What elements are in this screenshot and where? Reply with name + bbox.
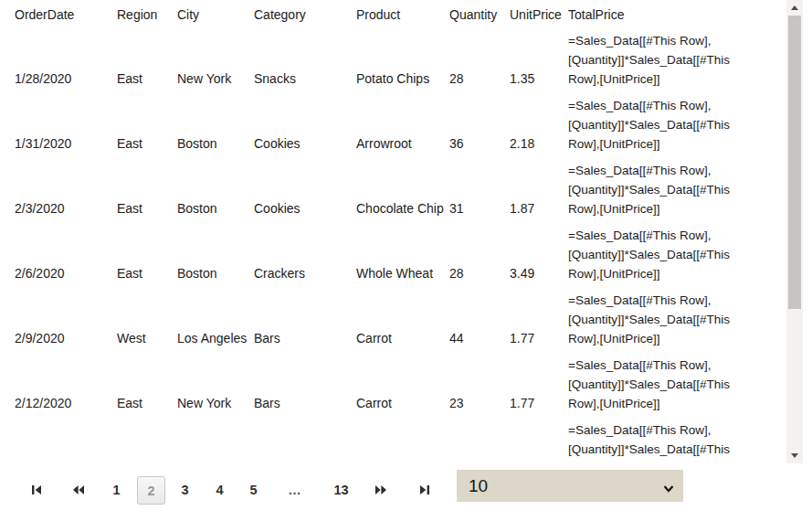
column-header-region: Region [117,0,177,31]
fast-backward-icon [72,483,85,497]
page-button-4[interactable]: 4 [206,476,234,505]
last-page-icon [419,483,430,497]
cell-product [356,420,449,463]
data-grid: OrderDate Region City Category Product Q… [0,0,786,463]
cell-totalprice: =Sales_Data[[#This Row], [Quantity]]*Sal… [568,226,733,291]
totalprice-formula-text: =Sales_Data[[#This Row], [Quantity]]*Sal… [568,291,729,348]
cell-unitprice: 1.77 [510,291,568,356]
app-page: OrderDate Region City Category Product Q… [0,0,812,521]
cell-city [177,420,254,463]
column-header-quantity: Quantity [449,0,510,31]
cell-quantity: 28 [449,31,510,96]
cell-category: Snacks [254,31,356,96]
column-header-orderdate: OrderDate [0,0,117,31]
table-row: 1/31/2020 East Boston Cookies Arrowroot … [0,96,733,161]
column-header-city: City [177,0,254,31]
cell-category: Bars [254,291,356,356]
cell-unitprice: 1.77 [510,356,568,420]
cell-product: Carrot [356,291,449,356]
cell-product: Arrowroot [356,96,449,161]
pagination-ellipsis: … [280,476,309,505]
totalprice-formula-text: =Sales_Data[[#This Row], [Quantity]]*Sal… [568,226,729,283]
cell-region: East [117,226,177,291]
cell-city: Boston [177,161,254,226]
table-header-row: OrderDate Region City Category Product Q… [0,0,733,31]
cell-quantity: 36 [449,96,510,161]
cell-product: Whole Wheat [356,226,449,291]
cell-totalprice: =Sales_Data[[#This Row], [Quantity]]*Sal… [568,31,733,96]
last-page-button[interactable] [410,476,438,505]
page-button-5[interactable]: 5 [239,476,268,505]
table-row-partial: =Sales_Data[[#This Row], [Quantity]]*Sal… [0,420,733,463]
cell-city: Boston [177,96,254,161]
scrollbar-down-button[interactable] [786,448,803,463]
column-header-totalprice: TotalPrice [568,0,733,31]
cell-totalprice: =Sales_Data[[#This Row], [Quantity]]*Sal… [568,96,733,161]
table-row: 2/9/2020 West Los Angeles Bars Carrot 44… [0,291,733,356]
scrollbar-up-button[interactable] [786,0,803,16]
cell-orderdate: 2/6/2020 [0,226,117,291]
cell-region: East [117,31,177,96]
sales-data-table: OrderDate Region City Category Product Q… [0,0,733,463]
totalprice-formula-text: =Sales_Data[[#This Row], [Quantity]]*Sal… [568,96,729,154]
page-size-select[interactable]: 10 [457,470,683,502]
first-page-button[interactable] [22,476,50,505]
cell-unitprice [510,420,568,463]
cell-region: East [117,161,177,226]
cell-totalprice: =Sales_Data[[#This Row], [Quantity]]*Sal… [568,420,733,463]
cell-category [254,420,356,463]
first-page-icon [31,483,42,497]
pagination-bar: 1 2 3 4 5 … 13 [0,476,457,505]
previous-page-button[interactable] [64,476,92,505]
totalprice-formula-text: =Sales_Data[[#This Row], [Quantity]]*Sal… [568,356,729,413]
cell-totalprice: =Sales_Data[[#This Row], [Quantity]]*Sal… [568,356,733,420]
cell-city: New York [177,356,254,420]
cell-city: Los Angeles [177,291,254,356]
totalprice-formula-text: =Sales_Data[[#This Row], [Quantity]]*Sal… [568,31,729,89]
arrow-down-icon [791,453,798,458]
cell-quantity: 23 [449,356,510,420]
cell-category: Crackers [254,226,356,291]
column-header-unitprice: UnitPrice [510,0,568,31]
cell-unitprice: 1.35 [510,31,568,96]
table-row: 2/12/2020 East New York Bars Carrot 23 1… [0,356,733,420]
column-header-category: Category [254,0,356,31]
fast-forward-icon [374,483,387,497]
column-header-product: Product [356,0,449,31]
scrollbar-thumb[interactable] [788,16,801,309]
cell-product: Chocolate Chip [356,161,449,226]
cell-unitprice: 2.18 [510,96,568,161]
next-page-button[interactable] [366,476,395,505]
cell-unitprice: 3.49 [510,226,568,291]
page-button-1[interactable]: 1 [102,476,131,505]
vertical-scrollbar[interactable] [786,0,803,463]
page-button-2-current[interactable]: 2 [137,476,165,505]
cell-city: New York [177,31,254,96]
cell-orderdate: 2/9/2020 [0,291,117,356]
totalprice-formula-text: =Sales_Data[[#This Row], [Quantity]]*Sal… [568,420,729,463]
page-button-3[interactable]: 3 [171,476,199,505]
cell-quantity: 28 [449,226,510,291]
table-row: 2/6/2020 East Boston Crackers Whole Whea… [0,226,733,291]
cell-product: Potato Chips [356,31,449,96]
cell-orderdate [0,420,117,463]
page-size-select-wrap: 10 [457,470,683,502]
cell-orderdate: 1/31/2020 [0,96,117,161]
cell-totalprice: =Sales_Data[[#This Row], [Quantity]]*Sal… [568,161,733,226]
cell-region [117,420,177,463]
cell-region: East [117,96,177,161]
cell-orderdate: 1/28/2020 [0,31,117,96]
cell-quantity [449,420,510,463]
page-button-13[interactable]: 13 [327,476,355,505]
cell-orderdate: 2/12/2020 [0,356,117,420]
cell-product: Carrot [356,356,449,420]
cell-city: Boston [177,226,254,291]
cell-region: East [117,356,177,420]
cell-unitprice: 1.87 [510,161,568,226]
table-row: 1/28/2020 East New York Snacks Potato Ch… [0,31,733,96]
cell-totalprice: =Sales_Data[[#This Row], [Quantity]]*Sal… [568,291,733,356]
cell-quantity: 44 [449,291,510,356]
table-row: 2/3/2020 East Boston Cookies Chocolate C… [0,161,733,226]
totalprice-formula-text: =Sales_Data[[#This Row], [Quantity]]*Sal… [568,161,729,218]
cell-orderdate: 2/3/2020 [0,161,117,226]
